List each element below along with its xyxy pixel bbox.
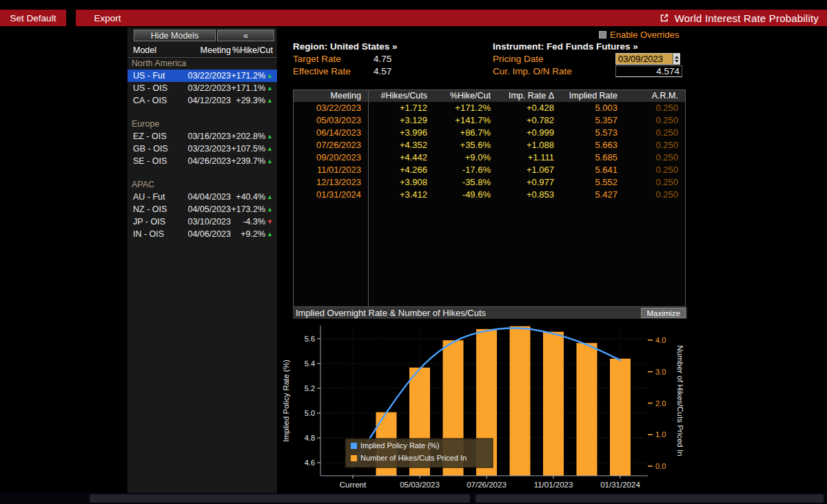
model-row-aufut[interactable]: AU - Fut04/04/2023+40.4%▲ [127, 191, 277, 203]
hike-cut-pct: +171.2% [434, 102, 498, 114]
up-arrow-icon: ▲ [267, 97, 273, 104]
hikes-cuts: +4.442 [368, 151, 434, 164]
model-meeting-date: 03/10/2023 [177, 216, 231, 228]
model-hike-probability: +171.1%▲ [231, 82, 273, 94]
up-arrow-icon: ▲ [267, 133, 273, 140]
model-meeting-date: 04/05/2023 [177, 203, 231, 216]
imp-rate-delta: +0.428 [498, 102, 561, 114]
model-row-ezois[interactable]: EZ - OIS03/16/2023+202.8%▲ [127, 130, 277, 143]
meeting-row[interactable]: 12/13/2023+3.908-35.8%+0.9775.5520.250 [294, 176, 685, 189]
meeting-date: 01/31/2024 [294, 189, 368, 201]
bottom-panel-segment[interactable] [476, 494, 824, 503]
model-row-gbois[interactable]: GB - OIS03/23/2023+107.5%▲ [127, 143, 277, 155]
models-column-header: Model Meeting %Hike/Cut [127, 44, 277, 58]
svg-text:07/26/2023: 07/26/2023 [467, 481, 507, 489]
svg-text:11/01/2023: 11/01/2023 [534, 481, 573, 489]
pricing-date-value[interactable]: 03/09/2023 [616, 54, 673, 64]
meeting-date: 09/20/2023 [294, 151, 368, 164]
implied-rate: 5.357 [561, 114, 624, 127]
hike-cut-pct: +35.6% [434, 139, 498, 151]
model-row-caois[interactable]: CA - OIS04/12/2023+29.3%▲ [127, 94, 277, 107]
cur-imp-on-rate-label: Cur. Imp. O/N Rate [493, 66, 572, 76]
arm: 0.250 [624, 151, 685, 164]
hide-models-button[interactable]: Hide Models [134, 30, 216, 41]
svg-text:Implied Policy Rate (%): Implied Policy Rate (%) [360, 441, 439, 450]
imp-rate-delta: +1.067 [498, 164, 561, 176]
pricing-date-spinner[interactable] [673, 54, 680, 64]
model-meeting-date: 03/23/2023 [177, 143, 231, 155]
up-arrow-icon: ▲ [267, 206, 273, 213]
enable-overrides-checkbox[interactable] [599, 31, 606, 39]
model-row-usfut[interactable]: US - Fut03/22/2023+171.2%▲ [127, 70, 277, 82]
column-hike-cut: %Hike/Cut [231, 45, 273, 55]
meeting-date: 11/01/2023 [294, 164, 368, 176]
model-row-seois[interactable]: SE - OIS04/26/2023+239.7%▲ [127, 155, 277, 167]
implied-rate: 5.641 [561, 164, 624, 176]
model-meeting-date: 04/12/2023 [177, 94, 231, 107]
svg-text:5.6: 5.6 [305, 335, 315, 343]
model-row-inois[interactable]: IN - OIS04/06/2023+9.2%▲ [127, 228, 277, 240]
model-row-nzois[interactable]: NZ - OIS04/05/2023+173.2%▲ [127, 203, 277, 216]
meetings-table: Meeting#Hikes/Cuts%Hike/CutImp. Rate ΔIm… [293, 90, 686, 307]
model-meeting-date: 03/22/2023 [177, 70, 231, 82]
meeting-row[interactable]: 03/22/2023+1.712+171.2%+0.4285.0030.250 [294, 102, 685, 114]
imp-rate-delta: +0.999 [498, 127, 561, 139]
implied-rate: 5.573 [561, 127, 624, 139]
svg-text:3.0: 3.0 [655, 368, 666, 376]
export-button[interactable]: Export [76, 10, 139, 26]
model-row-jpois[interactable]: JP - OIS03/10/2023-4.3%▼ [127, 216, 277, 228]
wirp-screen: Set Default Export World Interest Rate P… [0, 0, 827, 504]
hike-cut-pct: -49.6% [434, 189, 498, 201]
meeting-date: 12/13/2023 [294, 176, 368, 189]
meeting-row[interactable]: 01/31/2024+3.412-49.6%+0.8535.4270.250 [294, 189, 685, 201]
main-panel: Enable Overrides Region: United States »… [277, 26, 827, 493]
svg-text:5.2: 5.2 [305, 384, 315, 392]
imp-rate-delta: +1.088 [498, 139, 561, 151]
model-hike-probability: +29.3%▲ [231, 94, 273, 107]
meeting-row[interactable]: 05/03/2023+3.129+141.7%+0.7825.3570.250 [294, 114, 685, 127]
model-hike-probability: +202.8%▲ [231, 130, 273, 143]
model-meeting-date: 04/06/2023 [177, 228, 231, 240]
model-meeting-date: 03/16/2023 [177, 130, 231, 143]
svg-text:5.0: 5.0 [305, 409, 315, 417]
svg-text:0.0: 0.0 [655, 462, 666, 470]
meeting-row[interactable]: 06/14/2023+3.996+86.7%+0.9995.5730.250 [294, 127, 685, 139]
screen-title: World Interest Rate Probability [675, 12, 819, 24]
imp-rate-delta: +1.111 [498, 151, 561, 164]
meeting-row[interactable]: 09/20/2023+4.442+9.0%+1.1115.6850.250 [294, 151, 685, 164]
meeting-row[interactable]: 07/26/2023+4.352+35.6%+1.0885.6630.250 [294, 139, 685, 151]
target-rate-value: 4.75 [374, 54, 391, 64]
title-bar: Set Default Export World Interest Rate P… [0, 10, 827, 26]
instrument-selector[interactable]: Instrument: Fed Funds Futures » [493, 41, 638, 52]
svg-text:1.0: 1.0 [655, 430, 666, 439]
bottom-panel-segment[interactable] [90, 494, 470, 503]
column-header-imp-rate-delta: Imp. Rate Δ [498, 90, 561, 102]
effective-rate-value: 4.57 [374, 66, 391, 76]
pop-out-icon[interactable] [660, 13, 669, 23]
collapse-panel-button[interactable]: « [217, 30, 274, 41]
svg-text:Number of Hikes/Cuts Priced In: Number of Hikes/Cuts Priced In [360, 454, 467, 462]
bottom-bar [0, 493, 827, 504]
region-selector[interactable]: Region: United States » [293, 41, 398, 52]
arm: 0.250 [624, 164, 685, 176]
model-meeting-date: 03/22/2023 [177, 82, 231, 94]
models-list: North AmericaUS - Fut03/22/2023+171.2%▲U… [127, 58, 277, 240]
model-meeting-date: 04/04/2023 [177, 191, 231, 203]
column-header-meeting-date: Meeting [294, 90, 368, 102]
titlebar-divider [66, 10, 76, 26]
arm: 0.250 [624, 127, 685, 139]
hikes-cuts: +4.266 [368, 164, 434, 176]
hikes-cuts: +3.908 [368, 176, 434, 189]
implied-rate: 5.685 [561, 151, 624, 164]
up-arrow-icon: ▲ [267, 231, 273, 238]
pricing-date-field[interactable]: 03/09/2023 [615, 53, 680, 65]
svg-text:4.8: 4.8 [305, 434, 315, 442]
column-model: Model [133, 45, 177, 55]
enable-overrides-control[interactable]: Enable Overrides [599, 30, 679, 40]
meeting-row[interactable]: 11/01/2023+4.266-17.6%+1.0675.6410.250 [294, 164, 685, 176]
maximize-button[interactable]: Maximize [641, 308, 686, 318]
svg-text:4.0: 4.0 [655, 336, 666, 344]
set-default-button[interactable]: Set Default [0, 10, 66, 26]
column-header-implied-rate: Implied Rate [561, 90, 624, 102]
model-row-usois[interactable]: US - OIS03/22/2023+171.1%▲ [127, 82, 277, 94]
